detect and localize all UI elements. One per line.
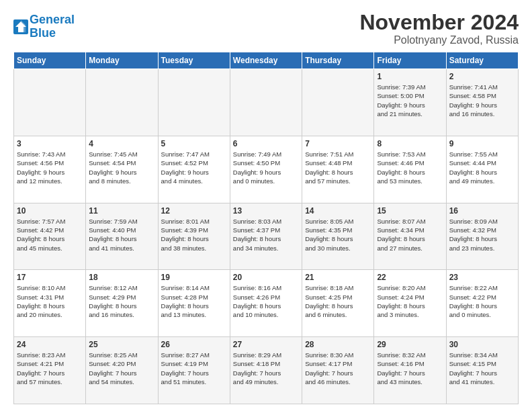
- day-info: Sunrise: 8:16 AM Sunset: 4:26 PM Dayligh…: [233, 283, 299, 319]
- table-cell: 6Sunrise: 7:49 AM Sunset: 4:50 PM Daylig…: [230, 136, 302, 203]
- day-info: Sunrise: 8:29 AM Sunset: 4:18 PM Dayligh…: [233, 351, 299, 386]
- header-sunday: Sunday: [14, 52, 86, 69]
- day-number: 24: [17, 340, 83, 349]
- table-cell: 10Sunrise: 7:57 AM Sunset: 4:42 PM Dayli…: [14, 203, 86, 270]
- day-number: 12: [161, 206, 227, 216]
- day-number: 1: [377, 72, 443, 81]
- day-info: Sunrise: 7:47 AM Sunset: 4:52 PM Dayligh…: [161, 150, 227, 185]
- day-info: Sunrise: 7:53 AM Sunset: 4:46 PM Dayligh…: [377, 150, 443, 185]
- title-block: November 2024 Polotnyany Zavod, Russia: [359, 11, 519, 46]
- table-cell: [14, 69, 86, 136]
- table-cell: 7Sunrise: 7:51 AM Sunset: 4:48 PM Daylig…: [302, 136, 374, 203]
- table-cell: 21Sunrise: 8:18 AM Sunset: 4:25 PM Dayli…: [302, 270, 374, 337]
- page: General Blue November 2024 Polotnyany Za…: [0, 0, 532, 411]
- day-number: 21: [305, 273, 371, 282]
- table-cell: 23Sunrise: 8:22 AM Sunset: 4:22 PM Dayli…: [446, 270, 518, 337]
- day-number: 6: [233, 139, 299, 148]
- logo-icon: [13, 19, 28, 34]
- day-info: Sunrise: 7:49 AM Sunset: 4:50 PM Dayligh…: [233, 150, 299, 185]
- table-cell: 29Sunrise: 8:32 AM Sunset: 4:16 PM Dayli…: [374, 337, 446, 404]
- table-cell: 26Sunrise: 8:27 AM Sunset: 4:19 PM Dayli…: [158, 337, 230, 404]
- table-cell: [230, 69, 302, 136]
- calendar-week-5: 24Sunrise: 8:23 AM Sunset: 4:21 PM Dayli…: [14, 337, 519, 404]
- header-thursday: Thursday: [302, 52, 374, 69]
- day-info: Sunrise: 8:09 AM Sunset: 4:32 PM Dayligh…: [449, 217, 515, 253]
- day-info: Sunrise: 7:39 AM Sunset: 5:00 PM Dayligh…: [377, 83, 443, 118]
- day-info: Sunrise: 8:10 AM Sunset: 4:31 PM Dayligh…: [17, 283, 83, 319]
- day-number: 27: [233, 340, 299, 349]
- day-info: Sunrise: 7:51 AM Sunset: 4:48 PM Dayligh…: [305, 150, 371, 185]
- table-cell: 16Sunrise: 8:09 AM Sunset: 4:32 PM Dayli…: [446, 203, 518, 270]
- header-saturday: Saturday: [446, 52, 518, 69]
- day-number: 23: [449, 273, 515, 282]
- day-info: Sunrise: 8:27 AM Sunset: 4:19 PM Dayligh…: [161, 351, 227, 386]
- weekday-header-row: Sunday Monday Tuesday Wednesday Thursday…: [14, 52, 519, 69]
- header-tuesday: Tuesday: [158, 52, 230, 69]
- day-info: Sunrise: 8:30 AM Sunset: 4:17 PM Dayligh…: [305, 351, 371, 386]
- day-number: 28: [305, 340, 371, 349]
- table-cell: [86, 69, 158, 136]
- table-cell: [302, 69, 374, 136]
- day-info: Sunrise: 7:45 AM Sunset: 4:54 PM Dayligh…: [89, 150, 154, 185]
- table-cell: 25Sunrise: 8:25 AM Sunset: 4:20 PM Dayli…: [86, 337, 158, 404]
- day-number: 4: [89, 139, 154, 148]
- day-number: 18: [89, 273, 154, 282]
- day-number: 10: [17, 206, 83, 216]
- logo-text: General Blue: [30, 13, 75, 40]
- day-number: 16: [449, 206, 515, 216]
- header-monday: Monday: [86, 52, 158, 69]
- day-info: Sunrise: 8:18 AM Sunset: 4:25 PM Dayligh…: [305, 283, 371, 319]
- day-number: 8: [377, 139, 443, 148]
- table-cell: 13Sunrise: 8:03 AM Sunset: 4:37 PM Dayli…: [230, 203, 302, 270]
- table-cell: 28Sunrise: 8:30 AM Sunset: 4:17 PM Dayli…: [302, 337, 374, 404]
- calendar-week-1: 1Sunrise: 7:39 AM Sunset: 5:00 PM Daylig…: [14, 69, 519, 136]
- day-info: Sunrise: 8:01 AM Sunset: 4:39 PM Dayligh…: [161, 217, 227, 253]
- day-info: Sunrise: 8:32 AM Sunset: 4:16 PM Dayligh…: [377, 351, 443, 386]
- table-cell: 30Sunrise: 8:34 AM Sunset: 4:15 PM Dayli…: [446, 337, 518, 404]
- table-cell: 3Sunrise: 7:43 AM Sunset: 4:56 PM Daylig…: [14, 136, 86, 203]
- logo: General Blue: [13, 13, 75, 40]
- day-info: Sunrise: 8:22 AM Sunset: 4:22 PM Dayligh…: [449, 283, 515, 319]
- day-info: Sunrise: 8:20 AM Sunset: 4:24 PM Dayligh…: [377, 283, 443, 319]
- calendar-week-4: 17Sunrise: 8:10 AM Sunset: 4:31 PM Dayli…: [14, 270, 519, 337]
- table-cell: 17Sunrise: 8:10 AM Sunset: 4:31 PM Dayli…: [14, 270, 86, 337]
- table-cell: 22Sunrise: 8:20 AM Sunset: 4:24 PM Dayli…: [374, 270, 446, 337]
- day-number: 26: [161, 340, 227, 349]
- day-info: Sunrise: 8:25 AM Sunset: 4:20 PM Dayligh…: [89, 351, 154, 386]
- day-number: 7: [305, 139, 371, 148]
- day-number: 17: [17, 273, 83, 282]
- calendar-week-2: 3Sunrise: 7:43 AM Sunset: 4:56 PM Daylig…: [14, 136, 519, 203]
- table-cell: 2Sunrise: 7:41 AM Sunset: 4:58 PM Daylig…: [446, 69, 518, 136]
- table-cell: 11Sunrise: 7:59 AM Sunset: 4:40 PM Dayli…: [86, 203, 158, 270]
- day-number: 15: [377, 206, 443, 216]
- table-cell: 20Sunrise: 8:16 AM Sunset: 4:26 PM Dayli…: [230, 270, 302, 337]
- table-cell: 14Sunrise: 8:05 AM Sunset: 4:35 PM Dayli…: [302, 203, 374, 270]
- day-info: Sunrise: 7:41 AM Sunset: 4:58 PM Dayligh…: [449, 83, 515, 118]
- day-number: 20: [233, 273, 299, 282]
- day-number: 11: [89, 206, 154, 216]
- day-number: 19: [161, 273, 227, 282]
- day-info: Sunrise: 8:12 AM Sunset: 4:29 PM Dayligh…: [89, 283, 154, 319]
- day-number: 3: [17, 139, 83, 148]
- table-cell: 18Sunrise: 8:12 AM Sunset: 4:29 PM Dayli…: [86, 270, 158, 337]
- day-info: Sunrise: 8:14 AM Sunset: 4:28 PM Dayligh…: [161, 283, 227, 319]
- day-info: Sunrise: 8:07 AM Sunset: 4:34 PM Dayligh…: [377, 217, 443, 253]
- day-number: 9: [449, 139, 515, 148]
- table-cell: 1Sunrise: 7:39 AM Sunset: 5:00 PM Daylig…: [374, 69, 446, 136]
- day-info: Sunrise: 7:55 AM Sunset: 4:44 PM Dayligh…: [449, 150, 515, 185]
- day-number: 25: [89, 340, 154, 349]
- table-cell: 24Sunrise: 8:23 AM Sunset: 4:21 PM Dayli…: [14, 337, 86, 404]
- calendar-table: Sunday Monday Tuesday Wednesday Thursday…: [13, 52, 519, 404]
- header-wednesday: Wednesday: [230, 52, 302, 69]
- header-friday: Friday: [374, 52, 446, 69]
- table-cell: 9Sunrise: 7:55 AM Sunset: 4:44 PM Daylig…: [446, 136, 518, 203]
- day-number: 30: [449, 340, 515, 349]
- day-info: Sunrise: 8:05 AM Sunset: 4:35 PM Dayligh…: [305, 217, 371, 253]
- table-cell: 19Sunrise: 8:14 AM Sunset: 4:28 PM Dayli…: [158, 270, 230, 337]
- calendar-week-3: 10Sunrise: 7:57 AM Sunset: 4:42 PM Dayli…: [14, 203, 519, 270]
- table-cell: 15Sunrise: 8:07 AM Sunset: 4:34 PM Dayli…: [374, 203, 446, 270]
- day-number: 14: [305, 206, 371, 216]
- table-cell: 12Sunrise: 8:01 AM Sunset: 4:39 PM Dayli…: [158, 203, 230, 270]
- table-cell: 5Sunrise: 7:47 AM Sunset: 4:52 PM Daylig…: [158, 136, 230, 203]
- day-info: Sunrise: 8:03 AM Sunset: 4:37 PM Dayligh…: [233, 217, 299, 253]
